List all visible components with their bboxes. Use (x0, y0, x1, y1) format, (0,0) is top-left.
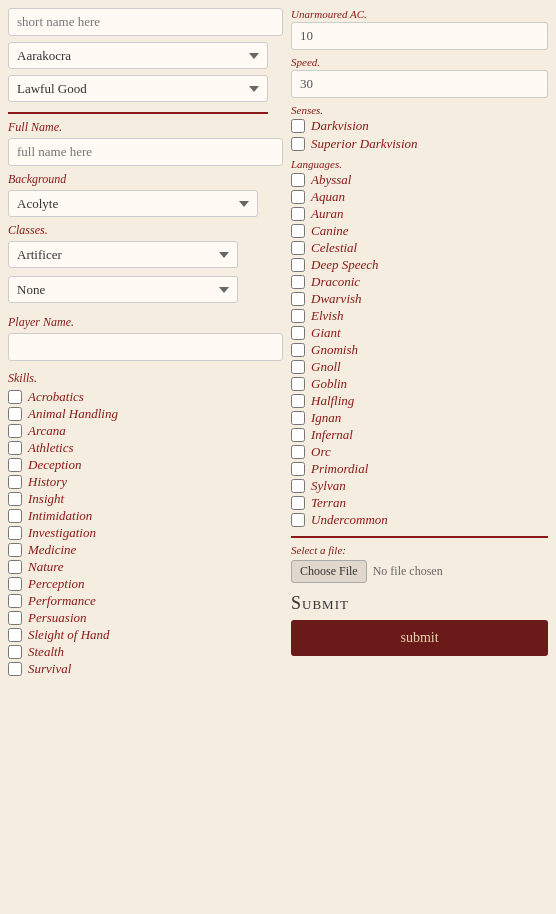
skill-label: Survival (28, 661, 71, 677)
sense-label: Darkvision (311, 118, 369, 134)
sense-checkbox[interactable] (291, 119, 305, 133)
lang-checkbox[interactable] (291, 173, 305, 187)
lang-item: Gnomish (291, 342, 548, 358)
skill-label: Sleight of Hand (28, 627, 110, 643)
speed-label: Speed. (291, 56, 548, 68)
skill-checkbox[interactable] (8, 577, 22, 591)
lang-item: Dwarvish (291, 291, 548, 307)
skill-checkbox[interactable] (8, 645, 22, 659)
lang-checkbox[interactable] (291, 428, 305, 442)
lang-checkbox[interactable] (291, 207, 305, 221)
skill-checkbox[interactable] (8, 424, 22, 438)
speed-input[interactable]: 30 (291, 70, 548, 98)
lang-checkbox[interactable] (291, 190, 305, 204)
lang-label: Deep Speech (311, 257, 379, 273)
skill-item: Medicine (8, 542, 283, 558)
lang-checkbox[interactable] (291, 224, 305, 238)
languages-list: AbyssalAquanAuranCanineCelestialDeep Spe… (291, 172, 548, 528)
skill-checkbox[interactable] (8, 509, 22, 523)
skill-checkbox[interactable] (8, 390, 22, 404)
lang-checkbox[interactable] (291, 394, 305, 408)
lang-checkbox[interactable] (291, 479, 305, 493)
lang-item: Goblin (291, 376, 548, 392)
lang-checkbox[interactable] (291, 496, 305, 510)
lang-label: Canine (311, 223, 349, 239)
skill-checkbox[interactable] (8, 543, 22, 557)
lang-checkbox[interactable] (291, 258, 305, 272)
lang-checkbox[interactable] (291, 462, 305, 476)
skill-checkbox[interactable] (8, 628, 22, 642)
skill-checkbox[interactable] (8, 492, 22, 506)
skill-label: Arcana (28, 423, 66, 439)
skill-checkbox[interactable] (8, 611, 22, 625)
skill-item: Survival (8, 661, 283, 677)
skill-item: Nature (8, 559, 283, 575)
skill-label: Persuasion (28, 610, 87, 626)
lang-checkbox[interactable] (291, 292, 305, 306)
lang-label: Celestial (311, 240, 357, 256)
lang-label: Gnomish (311, 342, 358, 358)
full-name-label: Full Name. (8, 120, 283, 135)
lang-item: Halfling (291, 393, 548, 409)
skill-checkbox[interactable] (8, 662, 22, 676)
lang-label: Halfling (311, 393, 354, 409)
skill-item: Athletics (8, 440, 283, 456)
skill-label: Insight (28, 491, 64, 507)
lang-checkbox[interactable] (291, 326, 305, 340)
lang-label: Abyssal (311, 172, 351, 188)
lang-label: Terran (311, 495, 346, 511)
skill-checkbox[interactable] (8, 475, 22, 489)
lang-checkbox[interactable] (291, 411, 305, 425)
lang-item: Ignan (291, 410, 548, 426)
unarmoured-ac-input[interactable]: 10 (291, 22, 548, 50)
lang-item: Celestial (291, 240, 548, 256)
short-name-input[interactable] (8, 8, 283, 36)
sense-item: Superior Darkvision (291, 136, 548, 152)
skill-label: Animal Handling (28, 406, 118, 422)
skill-item: Intimidation (8, 508, 283, 524)
lang-label: Ignan (311, 410, 341, 426)
lang-label: Draconic (311, 274, 360, 290)
choose-file-button[interactable]: Choose File (291, 560, 367, 583)
full-name-input[interactable] (8, 138, 283, 166)
lang-label: Aquan (311, 189, 345, 205)
submit-button[interactable]: submit (291, 620, 548, 656)
lang-item: Giant (291, 325, 548, 341)
class-select[interactable]: Artificer (8, 241, 238, 268)
skill-checkbox[interactable] (8, 458, 22, 472)
lang-checkbox[interactable] (291, 275, 305, 289)
classes-label: Classes. (8, 223, 283, 238)
lang-item: Gnoll (291, 359, 548, 375)
lang-checkbox[interactable] (291, 241, 305, 255)
unarmoured-ac-label: Unarmoured AC. (291, 8, 548, 20)
skill-item: Stealth (8, 644, 283, 660)
skill-checkbox[interactable] (8, 560, 22, 574)
lang-checkbox[interactable] (291, 513, 305, 527)
no-file-text: No file chosen (373, 564, 443, 579)
skill-checkbox[interactable] (8, 441, 22, 455)
lang-label: Primordial (311, 461, 368, 477)
alignment-select[interactable]: Lawful Good (8, 75, 268, 102)
sense-label: Superior Darkvision (311, 136, 418, 152)
submit-heading: Submit (291, 593, 548, 614)
file-select-label: Select a file: (291, 544, 548, 556)
background-select[interactable]: Acolyte (8, 190, 258, 217)
lang-label: Gnoll (311, 359, 341, 375)
player-name-input[interactable]: [PLAYER]#[XXXX] (8, 333, 283, 361)
lang-checkbox[interactable] (291, 377, 305, 391)
subclass-select[interactable]: None (8, 276, 238, 303)
skill-checkbox[interactable] (8, 594, 22, 608)
lang-item: Auran (291, 206, 548, 222)
lang-checkbox[interactable] (291, 445, 305, 459)
lang-label: Goblin (311, 376, 347, 392)
skill-checkbox[interactable] (8, 526, 22, 540)
lang-item: Infernal (291, 427, 548, 443)
sense-checkbox[interactable] (291, 137, 305, 151)
lang-checkbox[interactable] (291, 309, 305, 323)
lang-checkbox[interactable] (291, 343, 305, 357)
skill-item: Arcana (8, 423, 283, 439)
skill-checkbox[interactable] (8, 407, 22, 421)
lang-checkbox[interactable] (291, 360, 305, 374)
race-select[interactable]: Aarakocra (8, 42, 268, 69)
senses-label: Senses. (291, 104, 548, 116)
